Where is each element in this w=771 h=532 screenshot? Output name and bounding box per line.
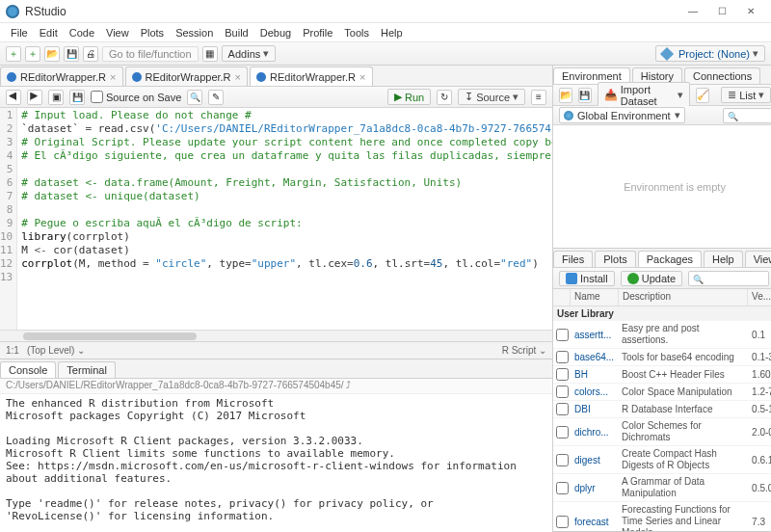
console-tab-console[interactable]: Console bbox=[0, 361, 56, 378]
pkg-row[interactable]: dichro...Color Schemes for Dichromats2.0… bbox=[553, 418, 771, 446]
env-clear-button[interactable] bbox=[696, 88, 709, 103]
pkg-name-link[interactable]: assertt... bbox=[574, 330, 611, 340]
pkg-col-name[interactable]: Name bbox=[571, 289, 619, 306]
language-indicator[interactable]: R Script ⌄ bbox=[502, 345, 546, 356]
source-button[interactable]: ↧ Source bbox=[458, 89, 525, 105]
show-in-new-window-button[interactable]: ▣ bbox=[48, 90, 64, 105]
pkg-checkbox[interactable] bbox=[556, 482, 569, 494]
pkg-name-link[interactable]: base64... bbox=[574, 352, 614, 362]
editor-hscrollbar[interactable] bbox=[0, 330, 552, 341]
close-tab-icon[interactable]: × bbox=[110, 71, 116, 83]
new-file-button[interactable]: ＋ bbox=[6, 46, 21, 62]
source-on-save-checkbox[interactable]: Source on Save bbox=[91, 91, 181, 103]
maximize-button[interactable]: ☐ bbox=[707, 2, 736, 21]
pkg-col-desc[interactable]: Description bbox=[619, 289, 748, 306]
env-scope-dropdown[interactable]: Global Environment bbox=[559, 107, 685, 123]
editor-tab[interactable]: REditorWrapper.R× bbox=[0, 66, 123, 86]
pkg-tab-viewer[interactable]: Viewer bbox=[745, 251, 771, 267]
open-file-button[interactable]: 📂 bbox=[44, 46, 60, 62]
project-dropdown[interactable]: Project: (None) bbox=[655, 45, 765, 62]
console-output[interactable]: The enhanced R distribution from Microso… bbox=[0, 394, 552, 532]
pkg-checkbox[interactable] bbox=[556, 351, 569, 363]
rerun-button[interactable]: ↻ bbox=[437, 90, 452, 105]
pkg-checkbox[interactable] bbox=[556, 516, 569, 528]
pkg-checkbox[interactable] bbox=[556, 329, 569, 341]
pkg-checkbox[interactable] bbox=[556, 368, 569, 381]
close-button[interactable]: ✕ bbox=[736, 2, 765, 21]
run-button[interactable]: ▶ Run bbox=[387, 89, 431, 105]
import-dataset-dropdown[interactable]: 📥 Import Dataset bbox=[598, 82, 690, 109]
pkg-search-input[interactable] bbox=[688, 271, 769, 286]
install-button[interactable]: Install bbox=[559, 271, 615, 286]
pkg-name-link[interactable]: digest bbox=[574, 455, 600, 466]
pkg-tab-files[interactable]: Files bbox=[553, 251, 593, 267]
pkg-row[interactable]: colors...Color Space Manipulation1.2-7⊘ bbox=[553, 384, 771, 401]
editor-tab[interactable]: REditorWrapper.R× bbox=[125, 66, 249, 86]
menu-debug[interactable]: Debug bbox=[255, 25, 296, 40]
pkg-row[interactable]: digestCreate Compact Hash Digests of R O… bbox=[553, 446, 771, 474]
hscroll-thumb[interactable] bbox=[23, 332, 197, 340]
pkg-checkbox[interactable] bbox=[556, 426, 569, 439]
code-editor[interactable]: 12345678910111213 # Input load. Please d… bbox=[0, 108, 552, 330]
env-load-button[interactable]: 📂 bbox=[559, 88, 572, 103]
pkg-list[interactable]: User Libraryassertt...Easy pre and post … bbox=[553, 306, 771, 531]
print-button[interactable]: 🖨 bbox=[83, 46, 98, 62]
pkg-tab-help[interactable]: Help bbox=[704, 251, 743, 267]
pkg-name-link[interactable]: forecast bbox=[574, 517, 609, 527]
pkg-checkbox[interactable] bbox=[556, 403, 569, 415]
pkg-col-ver[interactable]: Ve... bbox=[748, 289, 771, 306]
pkg-checkbox[interactable] bbox=[556, 454, 569, 466]
pkg-row[interactable]: base64...Tools for base64 encoding0.1-3⊘ bbox=[553, 349, 771, 366]
close-tab-icon[interactable]: × bbox=[235, 71, 241, 83]
menu-help[interactable]: Help bbox=[376, 25, 408, 40]
pkg-row[interactable]: DBIR Database Interface0.5-1⊘ bbox=[553, 401, 771, 418]
back-button[interactable]: ⯇ bbox=[6, 90, 21, 105]
console-path-icon[interactable]: ⤴ bbox=[346, 380, 351, 390]
menu-session[interactable]: Session bbox=[171, 25, 218, 40]
new-project-button[interactable]: ＋ bbox=[25, 46, 40, 62]
env-save-button[interactable] bbox=[578, 88, 592, 103]
pkg-name-link[interactable]: dichro... bbox=[574, 427, 609, 438]
pkg-tab-packages[interactable]: Packages bbox=[638, 251, 702, 267]
env-view-dropdown[interactable]: List bbox=[721, 87, 771, 103]
globe-icon bbox=[564, 111, 573, 120]
find-button[interactable] bbox=[187, 90, 202, 105]
project-caret-icon bbox=[753, 47, 758, 60]
addins-dropdown[interactable]: Addins bbox=[222, 45, 277, 62]
outline-button[interactable]: ≡ bbox=[531, 90, 546, 105]
console-tab-terminal[interactable]: Terminal bbox=[58, 361, 116, 378]
wand-button[interactable]: ✎ bbox=[208, 90, 224, 105]
pkg-name-link[interactable]: colors... bbox=[574, 386, 608, 397]
menu-tools[interactable]: Tools bbox=[339, 25, 374, 40]
pkg-tab-plots[interactable]: Plots bbox=[595, 251, 635, 267]
forward-button[interactable]: ⯈ bbox=[27, 90, 42, 105]
pkg-row[interactable]: dplyrA Grammar of Data Manipulation0.5.0… bbox=[553, 474, 771, 502]
update-button[interactable]: Update bbox=[621, 271, 682, 286]
pkg-row[interactable]: assertt...Easy pre and post assertions.0… bbox=[553, 321, 771, 349]
menu-view[interactable]: View bbox=[101, 25, 134, 40]
menu-edit[interactable]: Edit bbox=[35, 25, 63, 40]
pkg-row[interactable]: forecastForecasting Functions for Time S… bbox=[553, 502, 771, 531]
pkg-name-link[interactable]: DBI bbox=[574, 404, 591, 414]
menu-profile[interactable]: Profile bbox=[298, 25, 337, 40]
env-search-input[interactable] bbox=[723, 108, 771, 123]
menu-file[interactable]: File bbox=[6, 25, 33, 40]
menu-code[interactable]: Code bbox=[65, 25, 99, 40]
minimize-button[interactable]: — bbox=[678, 2, 707, 21]
menu-plots[interactable]: Plots bbox=[136, 25, 169, 40]
pkg-name-link[interactable]: dplyr bbox=[574, 483, 596, 493]
scope-caret-icon bbox=[675, 109, 680, 121]
save-file-button[interactable] bbox=[69, 90, 85, 105]
editor-tab[interactable]: REditorWrapper.R× bbox=[250, 66, 373, 86]
menu-build[interactable]: Build bbox=[220, 25, 253, 40]
scope-indicator[interactable]: (Top Level) ⌄ bbox=[27, 345, 85, 356]
pkg-row[interactable]: BHBoost C++ Header Files1.60.0.2⊘ bbox=[553, 366, 771, 384]
pkg-checkbox[interactable] bbox=[556, 386, 569, 398]
save-button[interactable] bbox=[64, 46, 79, 62]
grid-button[interactable]: ▦ bbox=[202, 46, 218, 62]
close-tab-icon[interactable]: × bbox=[359, 71, 365, 83]
pkg-name-link[interactable]: BH bbox=[574, 369, 588, 380]
env-tab-connections[interactable]: Connections bbox=[684, 67, 760, 84]
goto-file-input[interactable]: Go to file/function bbox=[102, 46, 199, 62]
code-area[interactable]: # Input load. Please do not change # `da… bbox=[17, 108, 552, 330]
